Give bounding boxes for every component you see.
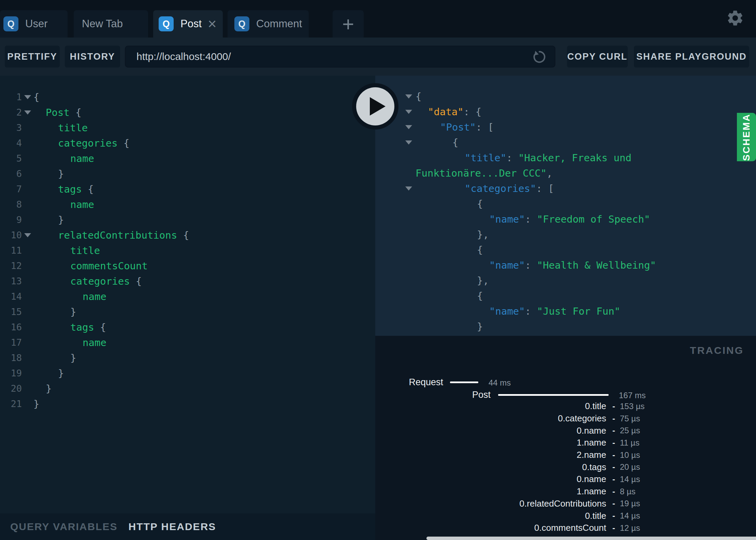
editor-line: 5name bbox=[0, 151, 375, 166]
horizontal-scrollbar[interactable] bbox=[426, 537, 756, 540]
code-token: relatedContributions bbox=[58, 229, 177, 241]
code-token: { bbox=[416, 91, 421, 102]
fold-arrow-icon[interactable] bbox=[405, 110, 412, 114]
line-number: 6 bbox=[0, 168, 22, 179]
duration-value: 44 ms bbox=[489, 378, 511, 388]
code-token: : bbox=[506, 152, 518, 164]
editor-code-text[interactable]: Post { bbox=[33, 107, 375, 118]
code-token: { bbox=[70, 107, 82, 118]
tab-post[interactable]: QPost× bbox=[153, 10, 223, 38]
fold-arrow-icon[interactable] bbox=[405, 125, 412, 129]
editor-code-text[interactable]: } bbox=[33, 383, 375, 394]
trace-field-label: 0.title bbox=[375, 511, 606, 521]
editor-code-text[interactable]: title bbox=[33, 122, 375, 134]
line-number: 5 bbox=[0, 153, 22, 164]
response-code-text: } bbox=[416, 321, 756, 332]
trace-dash: - bbox=[612, 523, 615, 533]
editor-code-text[interactable]: relatedContributions { bbox=[33, 229, 375, 241]
endpoint-url-input[interactable] bbox=[126, 46, 555, 67]
editor-code-text[interactable]: categories { bbox=[33, 275, 375, 287]
query-editor-code[interactable]: 1{2Post {3title4categories {5name6}7tags… bbox=[0, 76, 375, 411]
code-token: name bbox=[70, 153, 94, 164]
fold-arrow-icon[interactable] bbox=[405, 186, 412, 191]
line-number: 2 bbox=[0, 107, 22, 118]
prettify-button[interactable]: PRETTIFY bbox=[5, 46, 60, 68]
editor-code-text[interactable]: categories { bbox=[33, 137, 375, 149]
editor-code-text[interactable]: } bbox=[33, 214, 375, 226]
code-token: { bbox=[177, 229, 189, 241]
editor-line: 7tags { bbox=[0, 181, 375, 197]
editor-code-text[interactable]: { bbox=[33, 91, 375, 103]
trace-field-row: 0.relatedContributions-19 µs bbox=[375, 498, 756, 510]
play-circle bbox=[356, 87, 394, 125]
code-token: "name" bbox=[489, 259, 525, 271]
editor-code-text[interactable]: name bbox=[33, 291, 375, 302]
editor-code-text[interactable]: name bbox=[33, 337, 375, 348]
code-token: categories bbox=[58, 137, 118, 149]
query-badge: Q bbox=[234, 16, 249, 31]
trace-dash: - bbox=[612, 402, 615, 411]
editor-code-text[interactable]: } bbox=[33, 306, 375, 318]
response-row: "categories": [ bbox=[375, 181, 756, 196]
close-tab-icon[interactable]: × bbox=[208, 16, 217, 31]
code-token: Post bbox=[46, 107, 70, 118]
editor-code-text[interactable]: } bbox=[33, 352, 375, 364]
trace-field-label: 2.name bbox=[375, 450, 606, 460]
response-code-text: }, bbox=[416, 229, 756, 240]
response-row: { bbox=[375, 242, 756, 257]
editor-code-text[interactable]: } bbox=[33, 398, 375, 410]
http-headers-tab[interactable]: HTTP HEADERS bbox=[129, 521, 216, 532]
editor-code-text[interactable]: tags { bbox=[33, 183, 375, 195]
trace-field-value: 25 µs bbox=[620, 426, 640, 435]
reload-icon[interactable] bbox=[532, 49, 547, 65]
tab-new-tab[interactable]: New Tab bbox=[74, 10, 148, 38]
endpoint-url-field bbox=[125, 46, 555, 68]
trace-dash: - bbox=[612, 462, 615, 472]
schema-tab[interactable]: SCHEMA bbox=[737, 113, 756, 161]
settings-gear-icon[interactable] bbox=[726, 9, 744, 27]
line-number: 3 bbox=[0, 122, 22, 133]
line-number: 16 bbox=[0, 322, 22, 332]
editor-code-text[interactable]: tags { bbox=[33, 321, 375, 333]
editor-code-text[interactable]: commentsCount bbox=[33, 260, 375, 272]
line-number: 11 bbox=[0, 245, 22, 256]
trace-dash: - bbox=[612, 426, 615, 435]
editor-code-text[interactable]: name bbox=[33, 153, 375, 164]
fold-arrow-icon[interactable] bbox=[405, 94, 412, 99]
code-token: "data" bbox=[428, 106, 464, 118]
query-editor-pane[interactable]: 1{2Post {3title4categories {5name6}7tags… bbox=[0, 76, 375, 540]
editor-line: 2Post { bbox=[0, 105, 375, 120]
trace-field-row: 1.name-8 µs bbox=[375, 485, 756, 498]
execute-query-button[interactable] bbox=[352, 83, 398, 130]
tab-user[interactable]: QUser bbox=[0, 10, 68, 38]
editor-code-text[interactable]: title bbox=[33, 245, 375, 256]
tab-label: Post bbox=[180, 18, 202, 30]
fold-arrow-icon[interactable] bbox=[405, 140, 412, 145]
response-code-text: "Post": [ bbox=[416, 121, 756, 133]
code-token: "Freedom of Speech" bbox=[537, 213, 650, 225]
code-token: } bbox=[70, 306, 76, 318]
trace-field-row: 0.tags-20 µs bbox=[375, 461, 756, 473]
history-button[interactable]: HISTORY bbox=[65, 46, 120, 68]
editor-code-text[interactable]: name bbox=[33, 199, 375, 210]
tab-comment[interactable]: QComment bbox=[228, 10, 309, 38]
fold-arrow-icon[interactable] bbox=[24, 95, 31, 99]
line-number: 19 bbox=[0, 368, 22, 378]
editor-line: 13categories { bbox=[0, 273, 375, 289]
trace-dash: - bbox=[612, 475, 615, 484]
fold-arrow-icon[interactable] bbox=[24, 233, 31, 237]
code-token: "Post" bbox=[440, 121, 476, 133]
copy-curl-button[interactable]: COPY CURL bbox=[567, 46, 628, 68]
query-variables-tab[interactable]: QUERY VARIABLES bbox=[10, 521, 118, 532]
trace-field-row: 0.commentsCount-12 µs bbox=[375, 522, 756, 534]
fold-gutter bbox=[22, 95, 33, 99]
new-tab-button[interactable]: + bbox=[333, 10, 364, 38]
trace-field-value: 12 µs bbox=[620, 523, 640, 533]
response-code-text: "title": "Hacker, Freaks und bbox=[416, 152, 756, 164]
editor-code-text[interactable]: } bbox=[33, 368, 375, 379]
code-token: : [ bbox=[536, 183, 554, 194]
editor-code-text[interactable]: } bbox=[33, 168, 375, 180]
share-playground-button[interactable]: SHARE PLAYGROUND bbox=[634, 46, 749, 68]
fold-arrow-icon[interactable] bbox=[24, 110, 31, 115]
code-token: "categories" bbox=[465, 183, 536, 194]
